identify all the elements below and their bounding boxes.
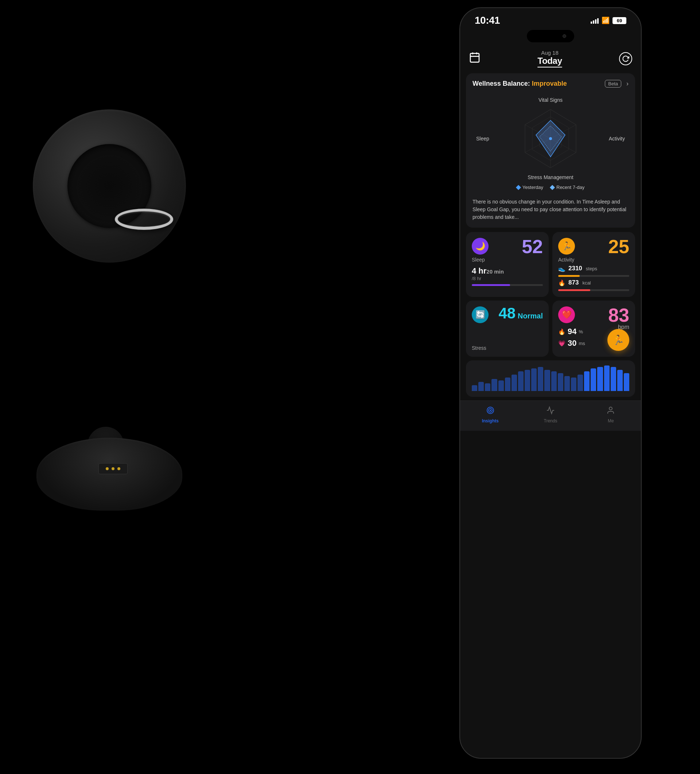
status-bar: 10:41 📶 69 (460, 8, 641, 30)
wellness-header: Wellness Balance: Improvable Beta › (472, 80, 629, 88)
signal-bar-3 (595, 19, 596, 24)
bar-chart-bar (571, 377, 576, 391)
sleep-score: 52 (522, 237, 543, 256)
bar-chart-bar (624, 373, 629, 391)
legend-recent: Recent 7-day (550, 185, 584, 190)
bar-chart-bar (492, 379, 497, 391)
activity-fab-icon: 🏃 (612, 334, 624, 346)
nav-me[interactable]: Me (581, 406, 641, 423)
activity-fab-button[interactable]: 🏃 (608, 329, 629, 351)
bar-chart-bar (478, 382, 484, 391)
legend-yesterday: Yesterday (517, 185, 543, 190)
bar-chart-bar (604, 366, 609, 391)
refresh-button[interactable] (619, 52, 632, 65)
heart-rate-icon-circle: ❤️ (558, 306, 575, 323)
me-nav-icon (606, 406, 615, 417)
bar-chart-bar (584, 371, 589, 391)
bar-chart-bar (551, 371, 557, 391)
expand-chevron-icon[interactable]: › (626, 80, 629, 88)
bar-chart-bar (485, 383, 490, 391)
radar-chart: Vital Signs Sleep (472, 93, 629, 194)
connector-dot-2 (112, 467, 114, 470)
activity-metric-card[interactable]: 🏃 25 Activity 👟 2310 steps (552, 232, 635, 297)
metrics-grid-row-1: 🌙 52 Sleep 4 hr20 min /8 hr (466, 232, 635, 297)
bar-chart-bar (544, 370, 550, 391)
hrv-percent-unit: % (579, 329, 583, 334)
ring-device (29, 109, 190, 511)
signal-bars (591, 17, 599, 24)
wellness-balance-card[interactable]: Wellness Balance: Improvable Beta › Vita… (466, 73, 635, 228)
app-content: Wellness Balance: Improvable Beta › Vita… (460, 73, 641, 400)
bar-chart-bar (525, 370, 530, 391)
smart-ring (114, 208, 174, 230)
connector-dot-1 (106, 467, 109, 470)
insights-nav-label: Insights (482, 418, 499, 423)
metrics-grid-row-2: 🔄 48 Normal Stress ❤️ 83 (466, 301, 635, 357)
calories-value: 873 (568, 279, 579, 286)
header-date: Aug 18 (541, 50, 558, 56)
radar-svg (518, 106, 583, 172)
svg-point-16 (609, 407, 612, 410)
legend-yesterday-icon (516, 185, 521, 190)
heart-small-icon: 💗 (558, 340, 565, 347)
steps-icon: 👟 (558, 265, 565, 272)
svg-rect-0 (471, 53, 479, 62)
radar-label-activity: Activity (599, 136, 625, 142)
beta-badge: Beta (605, 80, 621, 88)
bottom-navigation: Insights Trends Me (460, 400, 641, 431)
activity-details: 👟 2310 steps 🔥 873 kcal (558, 265, 629, 291)
wellness-title-prefix: Wellness Balance: (472, 80, 532, 87)
wellness-status: Improvable (532, 80, 567, 87)
bar-chart-bar (518, 371, 523, 391)
bar-chart-bar (565, 376, 570, 391)
calories-unit: kcal (582, 280, 591, 286)
steps-progress-fill (558, 275, 579, 277)
heart-rate-card[interactable]: ❤️ 83 bpm 🔥 94 % 💗 30 (552, 301, 635, 357)
bar-chart-bar (578, 375, 583, 391)
bar-chart-bar (617, 370, 623, 391)
phone-screen: 10:41 📶 69 (460, 8, 641, 758)
radar-middle-row: Sleep (472, 106, 629, 172)
hrv-ms-value: 30 (568, 339, 576, 348)
sleep-label: Sleep (472, 257, 543, 263)
sleep-icon: 🌙 (475, 241, 485, 251)
phone-frame: 10:41 📶 69 (459, 7, 642, 759)
sleep-time: 4 hr20 min (472, 266, 543, 276)
ring-case-inner (68, 144, 151, 228)
me-nav-label: Me (608, 418, 614, 423)
insights-nav-icon (486, 406, 495, 417)
signal-bar-4 (597, 18, 599, 24)
wellness-title-group: Wellness Balance: Improvable (472, 80, 567, 88)
stress-label: Stress (472, 345, 543, 351)
calories-progress-bar (558, 289, 629, 291)
battery-indicator: 69 (612, 17, 626, 24)
nav-insights[interactable]: Insights (460, 406, 520, 423)
wifi-icon: 📶 (602, 17, 609, 25)
stress-metric-card[interactable]: 🔄 48 Normal Stress (466, 301, 549, 357)
status-icons: 📶 69 (591, 17, 626, 25)
title-underline (537, 67, 562, 68)
calendar-icon[interactable] (469, 51, 480, 66)
bar-chart-bar (505, 377, 510, 391)
radar-label-vital-signs: Vital Signs (538, 97, 563, 103)
trends-nav-label: Trends (544, 418, 558, 423)
wellness-description: There is no obvious change in your condi… (472, 198, 629, 221)
bar-chart-bar (597, 367, 603, 391)
hrv-ms-unit: ms (579, 341, 585, 346)
bar-chart-bar (472, 385, 477, 391)
connector-dot-3 (117, 467, 121, 470)
svg-point-12 (549, 137, 552, 140)
bar-chart-bar (611, 367, 616, 391)
nav-trends[interactable]: Trends (520, 406, 580, 423)
radar-label-sleep: Sleep (476, 136, 502, 142)
phone-device: 10:41 📶 69 (459, 7, 642, 759)
bar-chart-card (466, 361, 635, 397)
steps-progress-bar (558, 275, 629, 277)
activity-icon: 🏃 (562, 241, 572, 251)
legend-recent-icon (550, 185, 555, 190)
dynamic-island (527, 30, 574, 42)
sleep-metric-card[interactable]: 🌙 52 Sleep 4 hr20 min /8 hr (466, 232, 549, 297)
radar-legend: Yesterday Recent 7-day (517, 185, 585, 190)
front-camera (563, 34, 566, 38)
battery-level: 69 (617, 18, 622, 23)
